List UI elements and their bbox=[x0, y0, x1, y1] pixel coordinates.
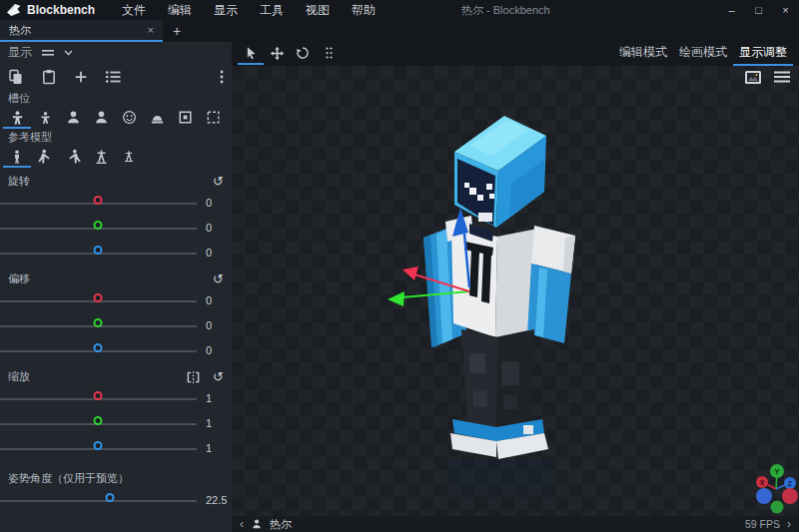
maximize-button[interactable]: □ bbox=[745, 0, 772, 20]
toolbar-overflow-icon[interactable] bbox=[220, 70, 224, 84]
slots-label: 槽位 bbox=[0, 90, 232, 108]
window-title: 热尔 - Blockbench bbox=[461, 3, 550, 18]
rotation-z-slider[interactable]: 0 bbox=[0, 241, 232, 266]
scale-reset-icon[interactable]: ↺ bbox=[213, 369, 224, 384]
paste-icon[interactable] bbox=[41, 69, 57, 85]
scale-z-value: 1 bbox=[206, 442, 212, 454]
menu-file[interactable]: 文件 bbox=[111, 0, 157, 21]
axis-z-label: Z bbox=[788, 480, 793, 487]
display-panel: 显示 槽位 参考模型 bbox=[0, 42, 232, 532]
offset-section: 偏移 ↺ 0 0 0 bbox=[0, 270, 232, 363]
rotation-x-slider[interactable]: 0 bbox=[0, 191, 232, 216]
axis-x-label: X bbox=[760, 479, 765, 486]
slot-firstperson-left[interactable] bbox=[87, 108, 115, 129]
ref-player[interactable] bbox=[3, 147, 31, 168]
mode-tabs: 编辑模式 绘画模式 显示调整 bbox=[613, 42, 793, 66]
offset-z-value: 0 bbox=[206, 344, 212, 356]
axis-orientation-gizmo: Y X Z bbox=[756, 464, 798, 514]
rotation-x-value: 0 bbox=[206, 197, 212, 209]
fps-counter: 59 FPS bbox=[745, 518, 780, 530]
offset-z-slider[interactable]: 0 bbox=[0, 338, 232, 363]
status-forward-icon[interactable]: › bbox=[787, 518, 791, 530]
tab-active[interactable]: 热尔 × bbox=[0, 20, 163, 42]
blockbench-logo-icon bbox=[6, 3, 22, 17]
ref-creeper[interactable] bbox=[59, 147, 87, 168]
rotation-y-slider[interactable]: 0 bbox=[0, 216, 232, 241]
drag-handle-icon[interactable] bbox=[42, 49, 54, 57]
ref-armorstand-small[interactable] bbox=[115, 147, 143, 168]
reference-model-row bbox=[0, 147, 232, 168]
scale-y-value: 1 bbox=[206, 417, 212, 429]
close-button[interactable]: × bbox=[772, 0, 799, 20]
slot-thirdperson-left[interactable] bbox=[31, 108, 59, 129]
pose-section: 姿势角度（仅用于预览） 22.5 bbox=[0, 466, 232, 513]
toolbar-drag-handle-icon[interactable] bbox=[316, 43, 342, 65]
rotation-z-value: 0 bbox=[206, 247, 212, 259]
viewport: 编辑模式 绘画模式 显示调整 bbox=[232, 42, 799, 532]
scale-y-slider[interactable]: 1 bbox=[0, 411, 232, 436]
head bbox=[454, 116, 546, 228]
offset-reset-icon[interactable]: ↺ bbox=[213, 271, 224, 286]
menubar: Blockbench 文件 编辑 显示 工具 视图 帮助 热尔 - Blockb… bbox=[0, 0, 799, 20]
slot-ground[interactable] bbox=[143, 108, 171, 129]
panel-title: 显示 bbox=[8, 44, 32, 61]
scale-label: 缩放 bbox=[8, 369, 30, 384]
rotation-label: 旋转 bbox=[8, 174, 30, 189]
right-arm bbox=[527, 226, 575, 343]
copy-icon[interactable] bbox=[8, 69, 24, 85]
minecraft-character-model[interactable]: Y X Z bbox=[232, 66, 799, 516]
menu-view[interactable]: 视图 bbox=[295, 0, 341, 21]
move-tool-button[interactable] bbox=[264, 43, 290, 65]
menu-tools[interactable]: 工具 bbox=[249, 0, 295, 21]
ref-armorstand[interactable] bbox=[87, 147, 115, 168]
tab-edit-mode[interactable]: 编辑模式 bbox=[613, 42, 673, 66]
menu-help[interactable]: 帮助 bbox=[341, 0, 387, 21]
tab-bar: 热尔 × + bbox=[0, 20, 799, 42]
offset-x-slider[interactable]: 0 bbox=[0, 288, 232, 313]
tab-label: 热尔 bbox=[9, 23, 31, 38]
scale-z-slider[interactable]: 1 bbox=[0, 436, 232, 461]
breadcrumb-model-name[interactable]: 热尔 bbox=[270, 517, 292, 532]
axis-y-label: Y bbox=[774, 467, 780, 476]
slot-thirdperson-right[interactable] bbox=[3, 108, 31, 129]
offset-label: 偏移 bbox=[8, 271, 30, 286]
slot-head[interactable] bbox=[115, 108, 143, 129]
offset-y-slider[interactable]: 0 bbox=[0, 313, 232, 338]
slot-gui[interactable] bbox=[199, 108, 227, 129]
rotation-y-value: 0 bbox=[206, 222, 212, 234]
tab-close-icon[interactable]: × bbox=[148, 24, 154, 36]
viewport-toolbar: 编辑模式 绘画模式 显示调整 bbox=[232, 42, 799, 66]
3d-canvas[interactable]: Y X Z bbox=[232, 66, 799, 516]
rotation-section: 旋转 ↺ 0 0 0 bbox=[0, 173, 232, 266]
menu-edit[interactable]: 编辑 bbox=[157, 0, 203, 21]
display-toolbar bbox=[0, 63, 232, 90]
slot-itemframe[interactable] bbox=[171, 108, 199, 129]
new-tab-button[interactable]: + bbox=[163, 20, 191, 42]
scale-x-slider[interactable]: 1 bbox=[0, 386, 232, 411]
collapse-chevron-icon[interactable] bbox=[64, 50, 73, 56]
menu-display[interactable]: 显示 bbox=[203, 0, 249, 21]
slot-firstperson-right[interactable] bbox=[59, 108, 87, 129]
tab-paint-mode[interactable]: 绘画模式 bbox=[673, 42, 733, 66]
minimize-button[interactable]: – bbox=[718, 0, 745, 20]
pants bbox=[461, 329, 534, 429]
status-bar: ‹ 热尔 59 FPS › bbox=[232, 516, 799, 532]
reference-model-label: 参考模型 bbox=[0, 129, 232, 147]
breadcrumb-back-icon[interactable]: ‹ bbox=[240, 518, 244, 530]
pose-angle-slider[interactable]: 22.5 bbox=[0, 488, 232, 513]
pose-angle-label: 姿势角度（仅用于预览） bbox=[8, 471, 129, 486]
add-icon[interactable] bbox=[74, 70, 88, 84]
mirror-icon[interactable] bbox=[186, 370, 201, 384]
list-icon[interactable] bbox=[105, 70, 121, 84]
pose-angle-value: 22.5 bbox=[206, 494, 227, 506]
ref-zombie[interactable] bbox=[31, 147, 59, 168]
rotation-reset-icon[interactable]: ↺ bbox=[213, 174, 224, 189]
scale-section: 缩放 ↺ 1 1 1 bbox=[0, 368, 232, 461]
tab-display-mode[interactable]: 显示调整 bbox=[733, 42, 793, 66]
select-tool-button[interactable] bbox=[238, 43, 264, 65]
slot-row bbox=[0, 108, 232, 129]
rotate-tool-button[interactable] bbox=[290, 43, 316, 65]
offset-x-value: 0 bbox=[206, 294, 212, 306]
app-name: Blockbench bbox=[27, 3, 95, 17]
player-bust-icon bbox=[251, 518, 263, 530]
